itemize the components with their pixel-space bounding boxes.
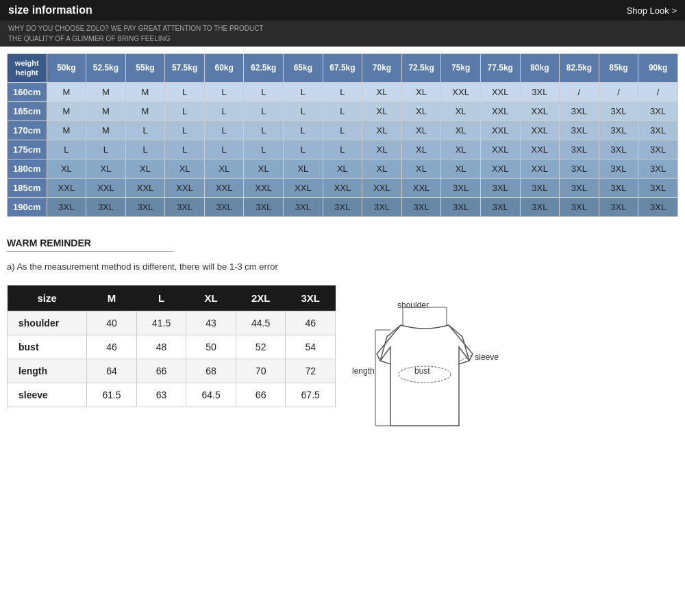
- meas-value-cell: 52: [236, 335, 286, 359]
- size-cell: 3XL: [599, 140, 638, 159]
- meas-row-label: shoulder: [8, 311, 87, 335]
- size-cell: L: [284, 120, 323, 140]
- size-cell: L: [323, 101, 362, 120]
- size-cell: XXL: [520, 159, 560, 178]
- weight-header-col: 77.5kg: [480, 54, 520, 83]
- height-cell: 160cm: [8, 82, 47, 101]
- meas-value-cell: 46: [286, 311, 336, 335]
- size-cell: L: [244, 82, 284, 101]
- size-cell: 3XL: [323, 197, 362, 216]
- size-cell: 3XL: [441, 178, 481, 197]
- warm-reminder-section: WARM REMINDER a) As the measurement meth…: [0, 238, 685, 279]
- size-cell: M: [86, 82, 126, 101]
- size-cell: L: [47, 140, 86, 159]
- table-row: 170cmMMLLLLLLXLXLXLXXLXXL3XL3XL3XL: [8, 120, 678, 140]
- meas-col-header: 2XL: [236, 285, 286, 311]
- size-cell: 3XL: [599, 197, 638, 216]
- page-title: size information: [8, 4, 92, 16]
- weight-header-col: 72.5kg: [401, 54, 441, 83]
- size-cell: L: [204, 82, 244, 101]
- size-cell: L: [125, 140, 165, 159]
- size-cell: M: [125, 101, 165, 120]
- meas-value-cell: 40: [87, 311, 137, 335]
- size-cell: 3XL: [284, 197, 323, 216]
- size-cell: L: [323, 82, 362, 101]
- size-cell: XXL: [125, 178, 165, 197]
- size-cell: XL: [441, 140, 481, 159]
- sub-header: WHY DO YOU CHOOSE ZOLO? WE PAY GREAT ATT…: [0, 21, 685, 47]
- height-cell: 165cm: [8, 101, 47, 120]
- size-cell: 3XL: [47, 197, 86, 216]
- size-cell: XXL: [480, 159, 520, 178]
- meas-value-cell: 61.5: [87, 383, 137, 407]
- size-cell: XXL: [86, 178, 126, 197]
- size-cell: 3XL: [480, 178, 520, 197]
- size-cell: 3XL: [599, 178, 638, 197]
- size-cell: M: [86, 101, 126, 120]
- size-cell: L: [204, 140, 244, 159]
- size-cell: M: [47, 120, 86, 140]
- size-cell: 3XL: [638, 197, 678, 216]
- table-row: 175cmLLLLLLLLXLXLXLXXLXXL3XL3XL3XL: [8, 140, 678, 159]
- sub-header-line1: WHY DO YOU CHOOSE ZOLO? WE PAY GREAT ATT…: [8, 23, 677, 34]
- size-cell: XL: [125, 159, 165, 178]
- size-cell: L: [284, 82, 323, 101]
- size-cell: L: [284, 140, 323, 159]
- size-cell: /: [599, 82, 638, 101]
- size-cell: 3XL: [244, 197, 284, 216]
- table-row: 165cmMMMLLLLLXLXLXLXXLXXL3XL3XL3XL: [8, 101, 678, 120]
- weight-header-col: 80kg: [520, 54, 560, 83]
- weight-header-col: 90kg: [638, 54, 678, 83]
- meas-value-cell: 64: [87, 359, 137, 383]
- size-cell: L: [204, 101, 244, 120]
- corner-header: weightheight: [8, 54, 47, 83]
- size-cell: 3XL: [638, 159, 678, 178]
- size-cell: 3XL: [560, 120, 599, 140]
- size-cell: 3XL: [560, 178, 599, 197]
- garment-diagram: shoulder length bust s: [349, 292, 500, 457]
- sub-header-line2: THE QUALITY OF A GLIMMER OF BRING FEELIN…: [8, 34, 677, 44]
- size-cell: XL: [47, 159, 86, 178]
- bust-label: bust: [414, 366, 430, 376]
- meas-value-cell: 46: [87, 335, 137, 359]
- size-cell: L: [204, 120, 244, 140]
- size-cell: 3XL: [599, 159, 638, 178]
- size-cell: XL: [401, 120, 441, 140]
- length-label: length: [352, 366, 375, 376]
- size-cell: XL: [441, 159, 481, 178]
- size-cell: XL: [401, 140, 441, 159]
- size-cell: XXL: [362, 178, 402, 197]
- size-cell: XL: [362, 159, 402, 178]
- meas-value-cell: 50: [186, 335, 236, 359]
- size-cell: 3XL: [638, 140, 678, 159]
- size-cell: 3XL: [520, 178, 560, 197]
- table-row: bust4648505254: [8, 335, 336, 359]
- warm-reminder-title: WARM REMINDER: [7, 238, 173, 252]
- size-cell: XXL: [480, 140, 520, 159]
- meas-value-cell: 41.5: [136, 311, 186, 335]
- meas-value-cell: 72: [286, 359, 336, 383]
- weight-header-col: 65kg: [284, 54, 323, 83]
- size-cell: XL: [401, 82, 441, 101]
- size-cell: L: [244, 140, 284, 159]
- size-cell: L: [165, 101, 205, 120]
- meas-row-label: length: [8, 359, 87, 383]
- meas-row-label: bust: [8, 335, 87, 359]
- size-cell: /: [638, 82, 678, 101]
- meas-value-cell: 66: [136, 359, 186, 383]
- size-cell: /: [560, 82, 599, 101]
- size-cell: L: [165, 120, 205, 140]
- size-cell: 3XL: [125, 197, 165, 216]
- size-cell: XXL: [520, 101, 560, 120]
- table-row: 190cm3XL3XL3XL3XL3XL3XL3XL3XL3XL3XL3XL3X…: [8, 197, 678, 216]
- weight-header-col: 60kg: [204, 54, 244, 83]
- size-cell: 3XL: [520, 82, 560, 101]
- shop-look-link[interactable]: Shop Look >: [627, 5, 677, 16]
- meas-value-cell: 70: [236, 359, 286, 383]
- size-cell: 3XL: [560, 140, 599, 159]
- size-cell: XL: [323, 159, 362, 178]
- size-cell: L: [323, 120, 362, 140]
- measurements-table: sizeMLXL2XL3XL shoulder4041.54344.546bus…: [7, 285, 336, 407]
- height-cell: 180cm: [8, 159, 47, 178]
- measurements-table-wrap: sizeMLXL2XL3XL shoulder4041.54344.546bus…: [7, 285, 336, 407]
